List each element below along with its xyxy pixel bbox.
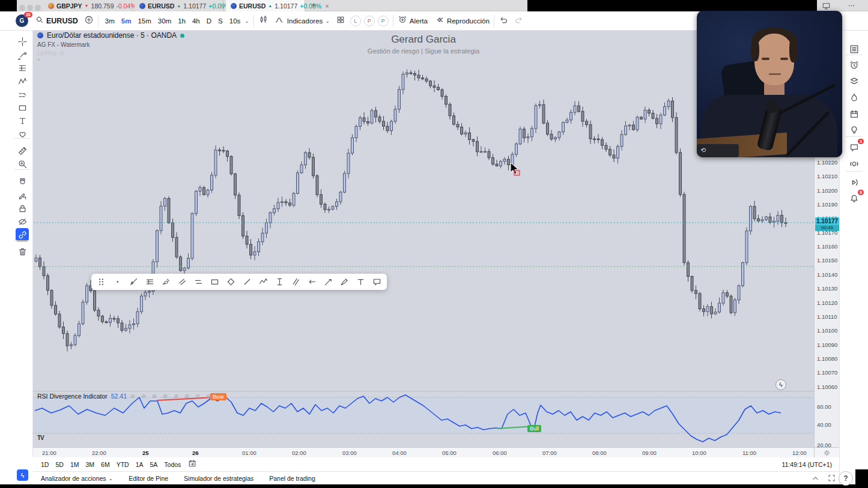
- float-tool-text-abc[interactable]: [356, 277, 366, 287]
- indicators-button[interactable]: Indicadores ⌄: [275, 15, 330, 27]
- drag-handle-icon: [96, 277, 106, 287]
- symbol-search[interactable]: EURUSD: [35, 16, 78, 26]
- legend-title[interactable]: Euro/Dólar estadounidense · 5 · OANDA: [47, 31, 177, 40]
- replay-button[interactable]: Reproducción: [435, 15, 490, 26]
- axis-settings-gear-icon[interactable]: [814, 447, 839, 457]
- range-3M[interactable]: 3M: [85, 461, 94, 468]
- browser-tab-eurusd-2[interactable]: EURUSD▲1.10177+0.03%×: [226, 0, 305, 11]
- timeframe-4h[interactable]: 4h: [190, 16, 202, 26]
- rsi-indicator-legend[interactable]: RSI Divergence Indicator 52.41 ⊘ ⊘ ⊘ ⊘ ⊘…: [37, 393, 224, 400]
- timeframe-1h[interactable]: 1h: [175, 16, 188, 26]
- bottom-tab-panel-de-trading[interactable]: Panel de trading: [269, 475, 315, 482]
- float-tool-arrow-marker[interactable]: [323, 277, 333, 287]
- screener-bolt-button[interactable]: ϟ: [17, 469, 28, 481]
- sidebar-replay-play[interactable]: [848, 176, 861, 189]
- float-tool-price-label[interactable]: [275, 277, 285, 287]
- left-tool-crosshair[interactable]: [16, 35, 29, 48]
- float-tool-callout[interactable]: [372, 277, 382, 287]
- bottom-tab-simulador-de-estrategias[interactable]: Simulador de estrategias: [184, 475, 253, 482]
- candle-style-icon[interactable]: [258, 14, 269, 27]
- left-tool-text-tool[interactable]: [16, 114, 29, 127]
- timeframe-S[interactable]: S: [216, 16, 225, 26]
- float-tool-parallel-channel[interactable]: [177, 277, 187, 287]
- float-tool-dot[interactable]: [112, 277, 123, 287]
- sidebar-notifications-bell[interactable]: 9: [848, 192, 861, 205]
- sidebar-live-streams[interactable]: [848, 157, 861, 170]
- sidebar-watchlist[interactable]: [848, 43, 861, 56]
- time-axis[interactable]: 21:0022:00252601:0002:0003:0004:0005:000…: [33, 447, 814, 457]
- left-tool-xabcd-pattern[interactable]: [16, 74, 29, 88]
- left-tool-zoom-in[interactable]: [16, 157, 29, 170]
- left-tool-draw-mode[interactable]: [16, 188, 29, 202]
- user-avatar[interactable]: G 20: [16, 14, 28, 27]
- range-6M[interactable]: 6M: [101, 461, 110, 468]
- left-tool-lock-all[interactable]: [16, 202, 29, 215]
- left-tool-trash[interactable]: [16, 245, 29, 258]
- float-tool-cross-line[interactable]: [129, 277, 139, 287]
- add-symbol-icon[interactable]: [84, 15, 94, 27]
- left-tool-hide-all[interactable]: [16, 215, 29, 228]
- tab-close-icon[interactable]: ×: [325, 2, 329, 10]
- floating-drawing-toolbar[interactable]: [91, 274, 387, 290]
- range-1A[interactable]: 1A: [136, 461, 144, 468]
- panel-fullscreen-icon[interactable]: [827, 474, 836, 485]
- range-5A[interactable]: 5A: [150, 461, 158, 468]
- left-tool-link-tool[interactable]: [16, 228, 29, 241]
- float-tool-rotated-rectangle[interactable]: [226, 277, 236, 287]
- float-tool-flat-channel[interactable]: [193, 277, 204, 287]
- layout-template-p-1[interactable]: P: [364, 16, 375, 26]
- bottom-tab-editor-de-pine[interactable]: Editor de Pine: [129, 475, 168, 482]
- float-tool-arrow-left[interactable]: [307, 277, 317, 287]
- legend-indicator-label[interactable]: LinReg: [37, 50, 56, 56]
- help-button[interactable]: ?: [839, 471, 853, 486]
- layout-template-p-2[interactable]: P: [378, 16, 389, 26]
- timeframe-D[interactable]: D: [204, 16, 214, 26]
- timeframe-15m[interactable]: 15m: [135, 16, 153, 26]
- timeframe-10s[interactable]: 10s: [227, 16, 243, 26]
- float-tool-rectangle[interactable]: [210, 277, 220, 287]
- layout-template-l-0[interactable]: L: [350, 16, 361, 26]
- panel-expand-icon[interactable]: [811, 474, 820, 485]
- sidebar-calendar[interactable]: [848, 107, 861, 121]
- left-tool-trend-line[interactable]: [16, 48, 29, 61]
- left-tool-ruler[interactable]: [16, 144, 29, 157]
- range-1D[interactable]: 1D: [41, 461, 49, 468]
- quick-trade-lightning-icon[interactable]: ϟ: [775, 379, 786, 390]
- sidebar-ideas-bulb[interactable]: [848, 124, 861, 137]
- timeframe-3m[interactable]: 3m: [103, 16, 117, 26]
- float-tool-pen[interactable]: [339, 277, 350, 287]
- float-tool-polyline[interactable]: [258, 277, 269, 287]
- sidebar-object-tree[interactable]: [848, 75, 861, 88]
- float-tool-brush[interactable]: [161, 277, 171, 287]
- range-5D[interactable]: 5D: [55, 461, 63, 468]
- alert-button[interactable]: Alerta: [398, 15, 428, 26]
- tradingview-logo[interactable]: TV: [37, 435, 44, 441]
- bottom-tab-analizador-de-acciones[interactable]: Analizador de acciones⌄: [41, 475, 113, 482]
- float-tool-parallel-lines[interactable]: [291, 277, 301, 287]
- timeframe-caret-icon[interactable]: ⌄: [244, 18, 249, 24]
- browser-tab-eurusd-1[interactable]: EURUSD▲1.10177+0.09%×: [135, 0, 223, 11]
- left-tool-magnet[interactable]: [16, 175, 29, 188]
- indicator-hidden-eye-icon[interactable]: ⊘: [59, 50, 64, 56]
- left-tool-fib-retracement[interactable]: [16, 61, 29, 74]
- new-tab-button[interactable]: +: [311, 1, 316, 10]
- browser-tab-gbpjpy-0[interactable]: GBPJPY▼180.759-0.04%×: [43, 0, 132, 11]
- left-tool-shapes-rectangle[interactable]: [16, 101, 29, 114]
- range-1M[interactable]: 1M: [70, 461, 79, 468]
- range-YTD[interactable]: YTD: [117, 461, 129, 468]
- clock-utc-label[interactable]: 11:49:14 (UTC+1): [782, 461, 832, 468]
- sidebar-alerts-clock[interactable]: [848, 59, 861, 72]
- range-Todos[interactable]: Todos: [164, 461, 181, 468]
- redo-icon[interactable]: [514, 15, 524, 27]
- undo-icon[interactable]: [499, 15, 508, 27]
- legend-collapse-caret[interactable]: ^: [37, 58, 184, 64]
- go-to-date-icon[interactable]: [187, 459, 197, 471]
- sidebar-chat[interactable]: 3: [848, 141, 861, 154]
- timeframe-30m[interactable]: 30m: [156, 16, 174, 26]
- float-tool-horizontal-lines[interactable]: [145, 277, 155, 287]
- sidebar-hotlist-flame[interactable]: [848, 91, 861, 104]
- timeframe-5m[interactable]: 5m: [119, 16, 134, 26]
- float-tool-trend-line2[interactable]: [242, 277, 252, 287]
- left-tool-forecast[interactable]: [16, 88, 29, 101]
- layout-grid-icon[interactable]: [336, 15, 345, 27]
